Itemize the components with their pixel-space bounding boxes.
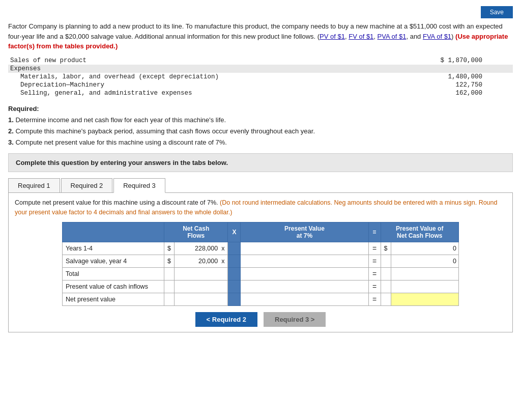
col1-header [63,222,164,242]
salvage-label: Salvage value, year 4 [63,255,164,268]
npv-x [228,293,241,306]
total-pvncf-result [391,268,458,281]
salvage-equals: = [368,255,381,268]
npv-equals: = [368,293,381,306]
salvage-pvncf-result: 0 [391,255,458,268]
npv-pv-cell [241,293,368,306]
table-row-years14: Years 1-4 $ 228,000 x = $ 0 [63,242,459,255]
pv-inflows-dollar [164,281,175,293]
nav-buttons: < Required 2 Required 3 > [15,312,506,327]
required-heading: Required: [8,105,39,113]
table-row-total: Total = [63,268,459,281]
expenses-value [382,65,513,73]
salvage-ncf: 20,000 x [175,255,228,268]
depreciation-value: 122,750 [382,81,513,89]
ncf-header: Net CashFlows [164,222,228,242]
times-header: X [228,222,241,242]
total-x [228,268,241,281]
pv-inflows-label: Present value of cash inflows [63,281,164,293]
sga-label: Selling, general, and administrative exp… [8,89,382,97]
total-pvncf-dollar [381,268,391,281]
pv-inflows-pv-cell [241,281,368,293]
req-1-text: Determine income and net cash flow for e… [15,116,226,124]
years14-x [228,242,241,255]
materials-value: 1,480,000 [382,73,513,81]
npv-pvncf-dollar [381,293,391,306]
instructions-black: Compute net present value for this machi… [15,199,218,206]
prev-button[interactable]: < Required 2 [195,312,257,327]
total-pv-cell [241,268,368,281]
materials-label: Materials, labor, and overhead (except d… [8,73,382,81]
npv-table: Net CashFlows X Present Valueat 7% = Pre… [62,222,459,306]
equals-header: = [368,222,381,242]
total-equals: = [368,268,381,281]
req-1-label: 1. [8,116,14,124]
intro-paragraph: Factor Company is planning to add a new … [8,21,513,51]
complete-box-text: Complete this question by entering your … [16,159,228,166]
pv-inflows-equals: = [368,281,381,293]
sales-value: $ 1,870,000 [382,57,513,65]
tab3-instructions: Compute net present value for this machi… [15,198,506,217]
pv-header: Present Valueat 7% [241,222,368,242]
fva-link[interactable]: FVA of $1 [423,33,451,40]
sga-value: 162,000 [382,89,513,97]
tab-content-required3: Compute net present value for this machi… [8,193,513,333]
pvncf-header: Present Value ofNet Cash Flows [381,222,458,242]
save-button[interactable]: Save [481,6,513,18]
table-row-salvage: Salvage value, year 4 $ 20,000 x = 0 [63,255,459,268]
next-button[interactable]: Required 3 > [264,312,326,327]
tab-required-2[interactable]: Required 2 [61,178,113,192]
years14-pvncf-result: 0 [391,242,458,255]
complete-box: Complete this question by entering your … [8,153,513,172]
total-ncf [175,268,228,281]
years14-pv-input-cell[interactable] [241,242,368,255]
salvage-pv-input[interactable] [244,258,365,265]
salvage-x [228,255,241,268]
req-3-text: Compute net present value for this machi… [15,138,227,146]
req-3-label: 3. [8,138,14,146]
tab-required-3[interactable]: Required 3 [113,178,165,193]
years14-equals: = [368,242,381,255]
pv-inflows-pvncf-result [391,281,458,293]
npv-dollar [164,293,175,306]
pv-inflows-ncf [175,281,228,293]
pv-inflows-x [228,281,241,293]
required-section: Required: 1. Determine income and net ca… [8,103,513,148]
financial-data-table: Sales of new product $ 1,870,000 Expense… [8,57,513,97]
years14-label: Years 1-4 [63,242,164,255]
table-row-npv: Net present value = [63,293,459,306]
req-2-label: 2. [8,127,14,135]
salvage-pv-input-cell[interactable] [241,255,368,268]
fv-link[interactable]: FV of $1 [349,33,373,40]
years14-pvncf-dollar: $ [381,242,391,255]
pva-link[interactable]: PVA of $1 [378,33,407,40]
npv-pvncf-result [391,293,458,306]
req-2-text: Compute this machine's payback period, a… [15,127,315,135]
npv-label: Net present value [63,293,164,306]
years14-pv-input[interactable] [244,245,365,252]
total-label: Total [63,268,164,281]
tab-required-1[interactable]: Required 1 [8,178,60,192]
years14-ncf: 228,000 x [175,242,228,255]
sales-label: Sales of new product [8,57,382,65]
depreciation-label: Depreciation—Machinery [8,81,382,89]
total-dollar [164,268,175,281]
salvage-pvncf-dollar [381,255,391,268]
years14-dollar: $ [164,242,175,255]
pv-link[interactable]: PV of $1 [320,33,345,40]
tabs-container: Required 1 Required 2 Required 3 [8,178,513,193]
npv-ncf [175,293,228,306]
expenses-label: Expenses [8,65,382,73]
salvage-dollar: $ [164,255,175,268]
table-row-pv-inflows: Present value of cash inflows = [63,281,459,293]
pv-inflows-pvncf-dollar [381,281,391,293]
